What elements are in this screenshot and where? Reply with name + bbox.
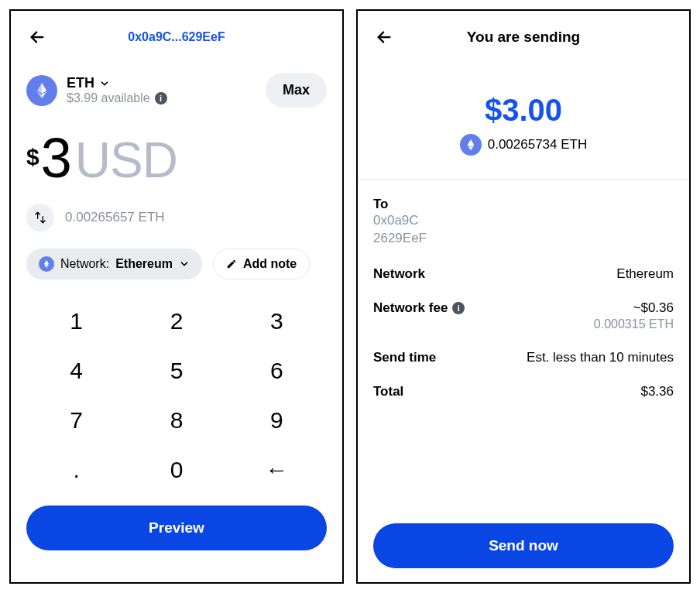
send-amount-block: $3.00 0.00265734 ETH [373,93,674,156]
key-3[interactable]: 3 [227,296,327,346]
details-list: To 0x0a9C 2629EeF Network Ethereum Netwo… [373,197,674,399]
page-title: You are sending [373,29,674,46]
eth-icon [39,256,54,272]
total-value: $3.36 [640,384,674,399]
total-row: Total $3.36 [373,384,674,399]
key-6[interactable]: 6 [227,346,327,396]
asset-symbol: ETH [67,75,94,91]
send-amount-eth-row: 0.00265734 ETH [460,134,588,156]
eth-icon [460,134,482,156]
key-dot[interactable]: . [26,445,126,495]
key-9[interactable]: 9 [227,396,327,445]
key-2[interactable]: 2 [126,296,226,346]
key-4[interactable]: 4 [26,346,126,396]
fee-label: Network fee i [373,300,465,316]
key-5[interactable]: 5 [126,346,226,396]
key-1[interactable]: 1 [26,296,126,346]
fee-row: Network fee i ~$0.36 0.000315 ETH [373,300,674,331]
preview-button[interactable]: Preview [26,506,327,550]
key-0[interactable]: 0 [126,445,226,495]
add-note-chip[interactable]: Add note [213,249,310,279]
network-chip[interactable]: Network: Ethereum [26,249,202,279]
asset-available: $3.99 available i [67,91,167,105]
amount-unit: USD [75,132,177,189]
amount-value: 3 [41,126,70,190]
total-label: Total [373,384,403,399]
top-bar: 0x0a9C...629EeF [26,25,327,50]
network-label: Network [373,266,425,282]
asset-selector[interactable]: ETH [67,75,167,91]
info-icon[interactable]: i [155,92,167,105]
converted-amount: 0.00265657 ETH [65,210,165,225]
send-confirm-panel: You are sending $3.00 0.00265734 ETH To … [356,9,691,584]
swap-icon [34,211,46,224]
currency-symbol: $ [26,144,39,170]
asset-row: ETH $3.99 available i Max [26,73,327,108]
info-icon[interactable]: i [452,302,465,314]
sendtime-value: Est. less than 10 minutes [527,350,674,365]
send-amount-usd: $3.00 [485,93,562,128]
to-value: 0x0a9C 2629EeF [373,212,674,248]
pencil-icon [226,259,237,269]
key-backspace[interactable]: ← [227,445,327,495]
converted-row: 0.00265657 ETH [26,204,327,231]
chevron-down-icon [179,259,190,269]
network-row: Network Ethereum [373,266,674,282]
send-amount-eth: 0.00265734 ETH [488,137,588,153]
amount-display: $ 3 USD [26,126,327,190]
fee-value: ~$0.36 0.000315 ETH [594,300,674,331]
network-value: Ethereum [616,266,674,282]
to-row: To 0x0a9C 2629EeF [373,197,674,248]
top-bar: You are sending [373,25,674,50]
chevron-down-icon [99,78,110,89]
to-label: To [373,197,674,212]
max-button[interactable]: Max [266,73,327,108]
divider [358,179,689,180]
send-entry-panel: 0x0a9C...629EeF ETH $3.99 available i Ma… [9,9,344,584]
recipient-address-short[interactable]: 0x0a9C...629EeF [26,30,327,44]
chip-row: Network: Ethereum Add note [26,249,327,279]
numeric-keypad: 1 2 3 4 5 6 7 8 9 . 0 ← [26,296,327,495]
eth-icon [26,75,57,106]
swap-currency-button[interactable] [26,204,54,231]
sendtime-label: Send time [373,350,436,365]
send-now-button[interactable]: Send now [373,523,674,568]
key-8[interactable]: 8 [126,396,226,445]
key-7[interactable]: 7 [26,396,126,445]
sendtime-row: Send time Est. less than 10 minutes [373,350,674,365]
